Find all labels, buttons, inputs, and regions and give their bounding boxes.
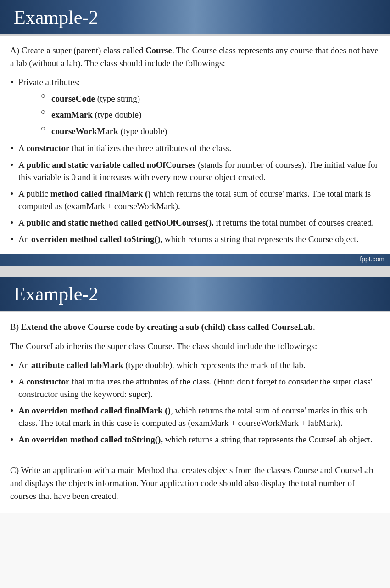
slide-gap bbox=[0, 266, 390, 277]
bullet-icon: • bbox=[10, 360, 14, 370]
text-bold: courseCode bbox=[51, 94, 95, 103]
text: which returns a string that represents t… bbox=[163, 435, 373, 444]
text-bold: examMark bbox=[51, 110, 93, 119]
bullet-private-attributes: • Private attributes: bbox=[10, 76, 380, 89]
circle-icon bbox=[41, 94, 45, 98]
text: A bbox=[18, 143, 26, 153]
slide-2-body: B) Extend the above Course code by creat… bbox=[0, 312, 390, 513]
slide-1-body: A) Create a super (parent) class called … bbox=[0, 36, 390, 254]
text: . bbox=[313, 322, 315, 332]
text-bold: overriden method called toString(), bbox=[31, 234, 162, 244]
bullet-noofcourses: • A public and static variable called no… bbox=[10, 158, 380, 184]
text: that initializes the attributes of the c… bbox=[18, 377, 372, 399]
bullet-icon: • bbox=[10, 234, 14, 244]
part-a-intro: A) Create a super (parent) class called … bbox=[10, 44, 380, 69]
text: (type string) bbox=[95, 94, 140, 103]
text: An bbox=[18, 234, 31, 244]
attribute-list: courseCode (type string) examMark (type … bbox=[10, 92, 380, 138]
text: An bbox=[18, 360, 31, 370]
bullet-finalmark-b: • An overriden method called finalMark (… bbox=[10, 404, 380, 430]
part-b-intro: B) Extend the above Course code by creat… bbox=[10, 321, 380, 334]
text: A bbox=[18, 218, 26, 227]
text: A) Create a super (parent) class called bbox=[10, 45, 145, 55]
slide-2: Example-2 B) Extend the above Course cod… bbox=[0, 277, 390, 513]
bullet-icon: • bbox=[10, 189, 14, 199]
bullet-constructor: • A constructor that initializes the thr… bbox=[10, 142, 380, 155]
bullet-icon: • bbox=[10, 406, 14, 416]
text-bold: Course bbox=[145, 45, 172, 55]
bullet-icon: • bbox=[10, 143, 14, 153]
text-bold: method called finalMark () bbox=[50, 189, 151, 198]
slide-1: Example-2 A) Create a super (parent) cla… bbox=[0, 0, 390, 266]
text: (type double) bbox=[118, 126, 167, 136]
text: which returns a string that represents t… bbox=[162, 234, 358, 244]
text: A bbox=[18, 377, 26, 386]
bullet-icon: • bbox=[10, 435, 14, 445]
part-b-sub: The CourseLab inherits the super class C… bbox=[10, 340, 380, 353]
bullet-icon: • bbox=[10, 377, 14, 387]
bullet-icon: • bbox=[10, 160, 14, 170]
text-bold: Extend the above Course code by creating… bbox=[21, 322, 313, 332]
text: that initializes the three attributes of… bbox=[69, 143, 231, 153]
list-item: examMark (type double) bbox=[41, 108, 380, 121]
text: A bbox=[18, 160, 26, 170]
slide-2-header: Example-2 bbox=[0, 277, 390, 312]
part-c: C) Write an application with a main Meth… bbox=[10, 464, 380, 502]
text-bold: An overriden method called finalMark () bbox=[18, 406, 171, 415]
list-item: courseCode (type string) bbox=[41, 92, 380, 105]
text: it returns the total number of courses c… bbox=[214, 218, 374, 227]
bullet-icon: • bbox=[10, 77, 14, 87]
bullet-getnoofcourses: • A public and static method called getN… bbox=[10, 216, 380, 229]
slide-1-title: Example-2 bbox=[14, 6, 376, 28]
text-bold: public and static method called getNoOfC… bbox=[26, 218, 213, 227]
text-bold: public and static variable called noOfCo… bbox=[26, 160, 195, 170]
bullet-labmark: • An attribute called labMark (type doub… bbox=[10, 359, 380, 372]
footer-text: fppt.com bbox=[360, 255, 384, 263]
text: B) bbox=[10, 322, 21, 332]
slide-2-title: Example-2 bbox=[14, 283, 376, 305]
text-bold: courseWorkMark bbox=[51, 126, 118, 136]
circle-icon bbox=[41, 127, 45, 130]
bullet-tostring-b: • An overriden method called toString(),… bbox=[10, 433, 380, 446]
bullet-finalmark: • A public method called finalMark () wh… bbox=[10, 187, 380, 213]
text-bold: An overriden method called toString(), bbox=[18, 435, 163, 444]
text-bold: constructor bbox=[26, 143, 69, 153]
bullet-tostring: • An overriden method called toString(),… bbox=[10, 233, 380, 246]
bullet-constructor-b: • A constructor that initializes the att… bbox=[10, 375, 380, 401]
list-item: courseWorkMark (type double) bbox=[41, 125, 380, 138]
text: A public bbox=[18, 189, 50, 198]
slide-1-header: Example-2 bbox=[0, 0, 390, 36]
text: Private attributes: bbox=[18, 77, 80, 87]
text-bold: attribute called labMark bbox=[31, 360, 123, 370]
bullet-icon: • bbox=[10, 218, 14, 228]
text-bold: constructor bbox=[26, 377, 69, 386]
text: (type double) bbox=[93, 110, 142, 119]
slide-1-footer: fppt.com bbox=[0, 254, 390, 266]
circle-icon bbox=[41, 110, 45, 114]
text: (type double), which represents the mark… bbox=[123, 360, 306, 370]
